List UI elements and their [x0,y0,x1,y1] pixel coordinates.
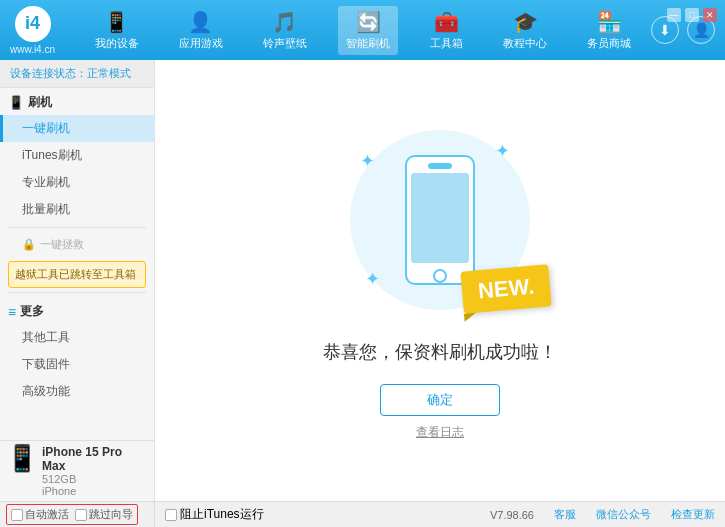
device-phone-icon: 📱 [6,445,38,471]
download-fw-label: 下载固件 [22,357,70,371]
divider-2 [8,292,146,293]
nav-smart-flash[interactable]: 🔄 智能刷机 [338,6,398,55]
wechat-link[interactable]: 微信公众号 [596,507,651,522]
minimize-btn[interactable]: — [667,8,681,22]
main-area: 设备连接状态：正常模式 📱 刷机 一键刷机 iTunes刷机 专业刷机 批量刷机… [0,60,725,501]
sidebar-item-batch-flash[interactable]: 批量刷机 [0,196,154,223]
nav-mydevice-icon: 📱 [104,10,129,34]
sidebar-item-itunes-flash[interactable]: iTunes刷机 [0,142,154,169]
sidebar-status: 设备连接状态：正常模式 [0,60,154,88]
header: — □ ✕ i4 www.i4.cn 📱 我的设备 👤 应用游戏 🎵 铃声壁纸 … [0,0,725,60]
device-storage: 512GB [42,473,148,485]
sparkle-tr-icon: ✦ [495,140,510,162]
status-value: 正常模式 [87,67,131,79]
skip-guide-label: 跳过向导 [89,507,133,522]
nav-toolbox[interactable]: 🧰 工具箱 [422,6,471,55]
status-prefix: 设备连接状态： [10,67,87,79]
skip-guide-item: 跳过向导 [75,507,133,522]
sidebar-rescue-disabled: 🔒 一键拯救 [0,232,154,257]
skip-guide-checkbox[interactable] [75,509,87,521]
auto-activate-checkbox[interactable] [11,509,23,521]
view-log-link[interactable]: 查看日志 [416,424,464,441]
logo-icon: i4 [15,6,51,42]
bottom-right-section: 阻止iTunes运行 V7.98.66 客服 微信公众号 检查更新 [155,506,725,523]
close-btn[interactable]: ✕ [703,8,717,22]
device-text-area: iPhone 15 Pro Max 512GB iPhone [42,445,148,497]
device-name: iPhone 15 Pro Max [42,445,148,473]
other-tools-label: 其他工具 [22,330,70,344]
nav-apps-label: 应用游戏 [179,36,223,51]
sidebar-item-advanced[interactable]: 高级功能 [0,378,154,405]
phone-body [405,155,475,285]
bottom-sidebar-section: 自动激活 跳过向导 [0,502,155,527]
sparkle-bl-icon: ✦ [365,268,380,290]
nav-toolbox-label: 工具箱 [430,36,463,51]
nav-apps-icon: 👤 [188,10,213,34]
itunes-flash-label: iTunes刷机 [22,148,82,162]
flash-section-icon: 📱 [8,95,24,110]
nav-tutorial-label: 教程中心 [503,36,547,51]
phone-illustration: ✦ ✦ ✦ NEW. [340,120,540,320]
nav-tutorial[interactable]: 🎓 教程中心 [495,6,555,55]
sidebar-item-download-fw[interactable]: 下载固件 [0,351,154,378]
section-flash: 📱 刷机 [0,88,154,115]
nav-bar: 📱 我的设备 👤 应用游戏 🎵 铃声壁纸 🔄 智能刷机 🧰 工具箱 🎓 教程中心… [75,6,651,55]
phone-screen [411,173,469,263]
phone-home-btn [433,269,447,283]
check-update-link[interactable]: 检查更新 [671,507,715,522]
nav-my-device[interactable]: 📱 我的设备 [87,6,147,55]
onekey-flash-label: 一键刷机 [22,121,70,135]
new-badge: NEW. [460,264,552,314]
sparkle-tl-icon: ✦ [360,150,375,172]
phone-notch [428,163,452,169]
more-section-label: 更多 [20,303,44,320]
bottom-bar: 自动激活 跳过向导 阻止iTunes运行 V7.98.66 客服 微信公众号 检… [0,501,725,527]
advanced-label: 高级功能 [22,384,70,398]
nav-toolbox-icon: 🧰 [434,10,459,34]
sidebar-item-other-tools[interactable]: 其他工具 [0,324,154,351]
confirm-btn-label: 确定 [427,391,453,409]
rescue-label: 一键拯救 [40,237,84,252]
sidebar-item-pro-flash[interactable]: 专业刷机 [0,169,154,196]
sidebar-item-onekey-flash[interactable]: 一键刷机 [0,115,154,142]
itunes-checkbox[interactable] [165,509,177,521]
auto-activate-label: 自动激活 [25,507,69,522]
device-type: iPhone [42,485,148,497]
rescue-warning-text: 越狱工具已跳转至工具箱 [15,268,136,280]
success-message: 恭喜您，保资料刷机成功啦！ [323,340,557,364]
nav-tutorial-icon: 🎓 [513,10,538,34]
auto-activate-item: 自动激活 [11,507,69,522]
itunes-label: 阻止iTunes运行 [180,506,264,523]
restore-btn[interactable]: □ [685,8,699,22]
pro-flash-label: 专业刷机 [22,175,70,189]
nav-smartflash-icon: 🔄 [356,10,381,34]
customer-service-link[interactable]: 客服 [554,507,576,522]
nav-ringtone-label: 铃声壁纸 [263,36,307,51]
content-area: ✦ ✦ ✦ NEW. 恭喜您，保资料刷机成功啦！ 确定 查看日志 [155,60,725,501]
lock-icon: 🔒 [22,238,36,251]
itunes-check-item: 阻止iTunes运行 [165,506,264,523]
section-more: ≡ 更多 [0,297,154,324]
logo-url: www.i4.cn [10,44,55,55]
device-info-panel: 📱 iPhone 15 Pro Max 512GB iPhone [0,440,155,501]
flash-section-label: 刷机 [28,94,52,111]
nav-smartflash-label: 智能刷机 [346,36,390,51]
batch-flash-label: 批量刷机 [22,202,70,216]
sidebar: 设备连接状态：正常模式 📱 刷机 一键刷机 iTunes刷机 专业刷机 批量刷机… [0,60,155,501]
more-section-icon: ≡ [8,304,16,320]
nav-ringtone-icon: 🎵 [272,10,297,34]
nav-service-label: 务员商城 [587,36,631,51]
device-info: 📱 iPhone 15 Pro Max 512GB iPhone [6,445,148,497]
logo: i4 www.i4.cn [10,6,55,55]
confirm-button[interactable]: 确定 [380,384,500,416]
nav-apps-games[interactable]: 👤 应用游戏 [171,6,231,55]
version-label: V7.98.66 [490,509,534,521]
divider-1 [8,227,146,228]
new-badge-text: NEW. [477,274,535,304]
nav-ringtone[interactable]: 🎵 铃声壁纸 [255,6,315,55]
nav-service[interactable]: 🏪 务员商城 [579,6,639,55]
rescue-warning-box: 越狱工具已跳转至工具箱 [8,261,146,288]
window-controls: — □ ✕ [667,8,717,22]
nav-service-icon: 🏪 [597,10,622,34]
nav-mydevice-label: 我的设备 [95,36,139,51]
